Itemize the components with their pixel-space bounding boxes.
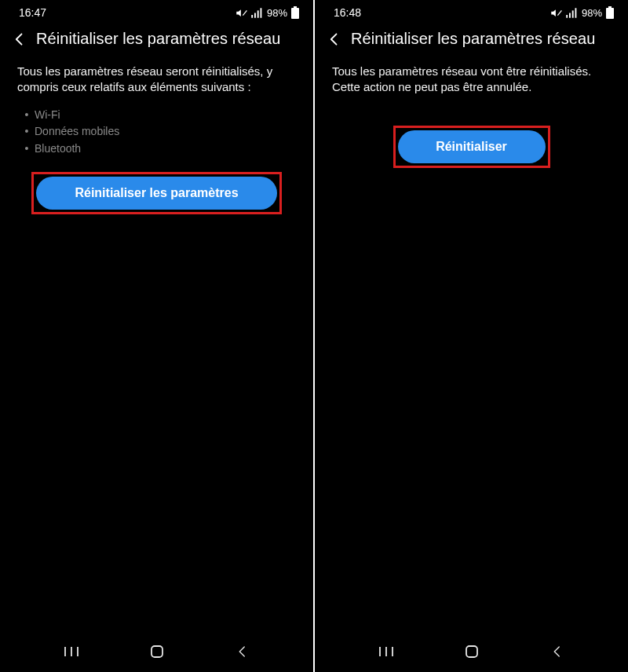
status-bar: 16:47 98% — [0, 0, 313, 22]
svg-rect-5 — [294, 6, 297, 8]
status-time: 16:47 — [19, 6, 46, 19]
recents-icon — [64, 645, 79, 658]
reset-confirm-button[interactable]: Réinitialiser — [398, 130, 546, 163]
nav-home-button[interactable] — [133, 639, 181, 664]
status-bar: 16:48 98% — [315, 0, 628, 22]
svg-rect-6 — [291, 8, 299, 19]
home-icon — [150, 645, 164, 659]
page-header: Réinitialiser les paramètres réseau — [0, 22, 313, 59]
back-icon — [236, 645, 250, 659]
list-item-label: Données mobiles — [35, 123, 119, 141]
navigation-bar — [0, 636, 313, 672]
svg-line-0 — [243, 10, 246, 15]
battery-icon — [291, 6, 299, 19]
page-header: Réinitialiser les paramètres réseau — [315, 22, 628, 59]
chevron-left-icon — [327, 31, 342, 47]
reset-settings-button[interactable]: Réinitialiser les paramètres — [36, 177, 277, 210]
svg-rect-12 — [566, 15, 568, 18]
phone-screen-right: 16:48 98% — [315, 0, 628, 672]
highlighted-button-frame: Réinitialiser — [393, 126, 550, 168]
nav-recents-button[interactable] — [363, 639, 410, 664]
status-time: 16:48 — [334, 6, 361, 19]
reset-items-list: •Wi-Fi •Données mobiles •Bluetooth — [0, 104, 313, 158]
intro-text: Tous les paramètres réseau seront réinit… — [0, 59, 313, 104]
chevron-left-icon — [12, 31, 27, 47]
battery-percentage: 98% — [267, 7, 287, 19]
list-item-label: Bluetooth — [35, 141, 81, 158]
nav-recents-button[interactable] — [48, 639, 95, 664]
list-item: •Bluetooth — [24, 141, 296, 158]
svg-rect-10 — [152, 646, 162, 657]
recents-icon — [378, 645, 394, 658]
intro-text: Tous les paramètres réseau vont être réi… — [315, 59, 628, 104]
volume-mute-icon — [236, 7, 247, 19]
back-button[interactable] — [326, 31, 343, 48]
signal-icon — [250, 7, 262, 19]
svg-rect-2 — [254, 13, 256, 17]
battery-percentage: 98% — [582, 7, 602, 19]
svg-rect-21 — [466, 646, 477, 657]
svg-line-11 — [557, 10, 561, 15]
nav-back-button[interactable] — [534, 639, 581, 664]
highlighted-button-frame: Réinitialiser les paramètres — [31, 172, 282, 214]
page-title: Réinitialiser les paramètres réseau — [351, 30, 595, 48]
svg-rect-15 — [575, 8, 576, 18]
navigation-bar — [315, 636, 628, 672]
home-icon — [465, 645, 479, 659]
back-button[interactable] — [11, 31, 28, 48]
volume-mute-icon — [550, 7, 562, 19]
list-item-label: Wi-Fi — [35, 107, 60, 124]
nav-home-button[interactable] — [448, 639, 495, 664]
status-indicators: 98% — [236, 6, 299, 19]
svg-rect-14 — [572, 10, 574, 17]
svg-rect-3 — [257, 10, 259, 17]
list-item: •Données mobiles — [24, 123, 296, 141]
list-item: •Wi-Fi — [24, 107, 296, 124]
status-indicators: 98% — [550, 6, 614, 19]
battery-icon — [606, 6, 614, 19]
svg-rect-13 — [569, 13, 571, 17]
page-title: Réinitialiser les paramètres réseau — [36, 30, 280, 48]
signal-icon — [565, 7, 577, 19]
svg-rect-16 — [608, 6, 612, 8]
phone-screen-left: 16:47 98% — [0, 0, 313, 672]
svg-rect-1 — [251, 15, 253, 18]
svg-rect-17 — [606, 8, 614, 19]
nav-back-button[interactable] — [219, 639, 266, 664]
svg-rect-4 — [260, 8, 261, 18]
back-icon — [550, 645, 564, 659]
